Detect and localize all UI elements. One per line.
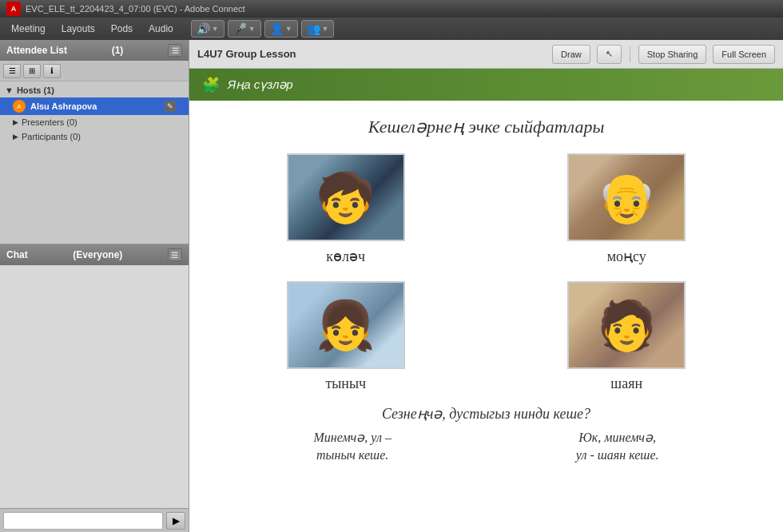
chat-panel-header: Chat (Everyone) ☰ bbox=[0, 244, 189, 265]
chat-label: Chat bbox=[6, 249, 28, 260]
presenters-label: Presenters (0) bbox=[22, 117, 78, 127]
word-label-4: шаян bbox=[610, 375, 642, 392]
presenters-section[interactable]: ▶ Presenters (0) bbox=[0, 115, 189, 129]
attendee-panel-header: Attendee List (1) ☰ bbox=[0, 40, 189, 61]
attendee-panel: Attendee List (1) ☰ ☰ ⊞ ℹ ▼ Hosts (1) A … bbox=[0, 40, 189, 244]
hosts-arrow: ▼ bbox=[5, 85, 14, 95]
word-label-1: көләч bbox=[326, 248, 365, 265]
word-item-1: көләч bbox=[229, 153, 463, 265]
content-header: L4U7 Group Lesson Draw ↖ Stop Sharing Fu… bbox=[189, 40, 783, 69]
chat-scope: (Everyone) bbox=[73, 249, 122, 260]
chat-body bbox=[0, 265, 189, 508]
slide-area: 🧩 Яңа сүзләр Кешеләрнең эчке сыйфатлары … bbox=[189, 69, 783, 532]
draw-label: Draw bbox=[561, 50, 582, 59]
word-photo-3 bbox=[287, 281, 405, 369]
presenters-arrow: ▶ bbox=[13, 118, 18, 126]
word-label-2: моңсу bbox=[607, 248, 646, 265]
pointer-button[interactable]: ↖ bbox=[597, 45, 622, 64]
chat-header-icons: ☰ bbox=[168, 248, 182, 261]
chat-send-button[interactable]: ▶ bbox=[166, 512, 185, 530]
chat-panel: Chat (Everyone) ☰ ▶ bbox=[0, 244, 189, 532]
adobe-logo: A bbox=[6, 2, 21, 16]
slide-body: Кешеләрнең эчке сыйфатлары көләч моңсу т… bbox=[189, 101, 783, 473]
title-bar: A EVC_ELE_tt_2204423_4_07:00 (EVC) - Ado… bbox=[0, 0, 783, 18]
chat-input-row: ▶ bbox=[0, 508, 189, 532]
attendee-view-list[interactable]: ☰ bbox=[3, 64, 21, 78]
word-item-3: тыныч bbox=[229, 281, 463, 392]
audio-btn[interactable]: 🔊 ▼ bbox=[191, 20, 225, 38]
menu-bar: Meeting Layouts Pods Audio 🔊 ▼ 🎤 ▼ 👤 ▼ 👥… bbox=[0, 18, 783, 40]
host-name: Alsu Ashrapova bbox=[30, 101, 165, 111]
hosts-section: ▼ Hosts (1) A Alsu Ashrapova ✎ ▶ Present… bbox=[0, 81, 189, 145]
answer-2: Юк, минемчә,ул - шаян кеше. bbox=[576, 429, 659, 465]
answer-1: Минемчә, ул –тыныч кеше. bbox=[313, 429, 391, 465]
host-action-icon[interactable]: ✎ bbox=[165, 101, 176, 112]
word-item-2: моңсу bbox=[511, 153, 744, 265]
mic-btn[interactable]: 🎤 ▼ bbox=[228, 20, 261, 38]
slide-answers: Минемчә, ул –тыныч кеше. Юк, минемчә,ул … bbox=[213, 429, 759, 465]
participants-section[interactable]: ▶ Participants (0) bbox=[0, 129, 189, 144]
toolbar-icons: 🔊 ▼ 🎤 ▼ 👤 ▼ 👥 ▼ bbox=[191, 20, 335, 38]
share-btn[interactable]: 👥 ▼ bbox=[301, 20, 335, 38]
draw-button[interactable]: Draw bbox=[552, 45, 590, 64]
menu-audio[interactable]: Audio bbox=[142, 21, 180, 37]
word-label-3: тыныч bbox=[325, 375, 366, 392]
host-row: A Alsu Ashrapova ✎ bbox=[0, 97, 189, 115]
word-photo-4 bbox=[567, 281, 686, 369]
puzzle-icon: 🧩 bbox=[202, 76, 220, 93]
full-screen-button[interactable]: Full Screen bbox=[713, 45, 775, 64]
menu-meeting[interactable]: Meeting bbox=[5, 21, 52, 37]
full-screen-label: Full Screen bbox=[721, 50, 766, 59]
host-avatar: A bbox=[13, 100, 26, 113]
stop-sharing-label: Stop Sharing bbox=[647, 50, 698, 59]
window-title: EVC_ELE_tt_2204423_4_07:00 (EVC) - Adobe… bbox=[26, 4, 245, 14]
content-area: L4U7 Group Lesson Draw ↖ Stop Sharing Fu… bbox=[189, 40, 783, 532]
menu-pods[interactable]: Pods bbox=[105, 21, 139, 37]
attendee-view-info[interactable]: ℹ bbox=[43, 64, 61, 78]
word-photo-1 bbox=[287, 153, 405, 241]
hosts-label: Hosts (1) bbox=[17, 85, 54, 95]
attendee-count: (1) bbox=[112, 45, 124, 56]
word-photo-2 bbox=[567, 153, 686, 241]
header-divider bbox=[630, 46, 630, 62]
content-title: L4U7 Group Lesson bbox=[197, 48, 546, 60]
chat-menu-icon[interactable]: ☰ bbox=[168, 248, 182, 261]
slide-question: Сезнеңчә, дустыгыз нинди кеше? bbox=[213, 405, 759, 423]
attendee-menu-icon[interactable]: ☰ bbox=[168, 44, 182, 57]
attendee-header-icons: ☰ bbox=[168, 44, 182, 57]
word-item-4: шаян bbox=[511, 281, 744, 392]
word-grid: көләч моңсу тыныч шаян bbox=[213, 153, 759, 392]
attendee-list-label: Attendee List bbox=[6, 45, 67, 56]
hosts-section-header[interactable]: ▼ Hosts (1) bbox=[0, 83, 189, 97]
chat-input[interactable] bbox=[3, 512, 163, 530]
slide-green-bar: 🧩 Яңа сүзләр bbox=[189, 69, 783, 101]
participants-arrow: ▶ bbox=[13, 133, 18, 141]
stop-sharing-button[interactable]: Stop Sharing bbox=[638, 45, 707, 64]
menu-layouts[interactable]: Layouts bbox=[55, 21, 101, 37]
slide-main-title: Кешеләрнең эчке сыйфатлары bbox=[213, 117, 759, 137]
pointer-icon: ↖ bbox=[606, 49, 613, 59]
attendee-view-grid[interactable]: ⊞ bbox=[23, 64, 41, 78]
main-layout: Attendee List (1) ☰ ☰ ⊞ ℹ ▼ Hosts (1) A … bbox=[0, 40, 783, 532]
left-panel: Attendee List (1) ☰ ☰ ⊞ ℹ ▼ Hosts (1) A … bbox=[0, 40, 189, 532]
attendee-toolbar: ☰ ⊞ ℹ bbox=[0, 61, 189, 81]
webcam-btn[interactable]: 👤 ▼ bbox=[264, 20, 298, 38]
slide-green-title: Яңа сүзләр bbox=[228, 77, 293, 92]
participants-label: Participants (0) bbox=[22, 132, 81, 141]
